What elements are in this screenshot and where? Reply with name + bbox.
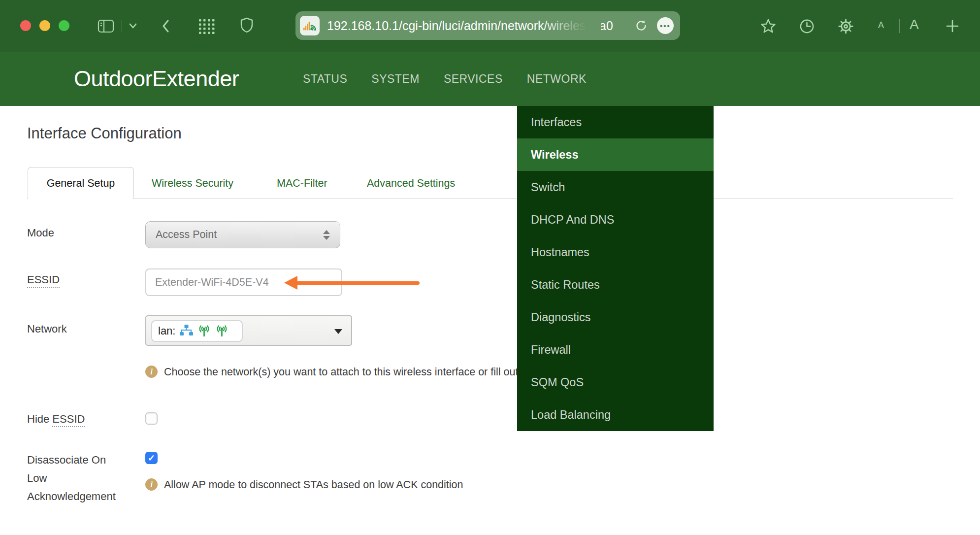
- back-icon[interactable]: [161, 18, 171, 34]
- content-area: Interface Configuration General Setup Wi…: [0, 106, 980, 535]
- network-select[interactable]: lan:: [145, 315, 352, 346]
- settings-gear-icon[interactable]: [837, 18, 854, 35]
- menu-item-hostnames[interactable]: Hostnames: [517, 236, 714, 268]
- ethernet-icon: [180, 325, 193, 338]
- hide-essid-label: Hide ESSID: [27, 413, 85, 426]
- url-fade: [542, 11, 601, 40]
- reload-icon[interactable]: [635, 19, 648, 32]
- nav-status[interactable]: STATUS: [303, 72, 347, 86]
- nav-system[interactable]: SYSTEM: [371, 72, 420, 86]
- traffic-light-close[interactable]: [20, 20, 31, 31]
- menu-item-load-balancing[interactable]: Load Balancing: [517, 399, 714, 431]
- menu-item-static-routes[interactable]: Static Routes: [517, 268, 714, 301]
- mode-label: Mode: [27, 227, 54, 239]
- brand-name: OutdoorExtender: [74, 66, 239, 92]
- site-header: OutdoorExtender STATUS SYSTEM SERVICES N…: [0, 52, 980, 106]
- toolbar-divider-2: [899, 19, 900, 33]
- tab-mac-filter[interactable]: MAC-Filter: [277, 177, 327, 190]
- disassoc-label: Disassociate On Low Acknowledgement: [27, 451, 116, 505]
- toolbar-divider: [122, 20, 122, 33]
- select-updown-icon: [323, 230, 330, 240]
- disassoc-checkbox[interactable]: ✓: [145, 452, 158, 464]
- more-options-button[interactable]: •••: [657, 17, 674, 34]
- chevron-down-icon[interactable]: [127, 22, 139, 31]
- history-clock-icon[interactable]: [799, 18, 815, 34]
- mode-select-value: Access Point: [156, 229, 217, 241]
- mode-select[interactable]: Access Point: [145, 221, 340, 248]
- nav-network[interactable]: NETWORK: [527, 72, 587, 86]
- sidebar-toggle-icon[interactable]: [98, 19, 114, 33]
- annotation-arrow-icon: [284, 276, 297, 290]
- menu-item-switch[interactable]: Switch: [517, 171, 714, 203]
- tab-general-setup[interactable]: General Setup: [28, 167, 134, 199]
- menu-item-firewall[interactable]: Firewall: [517, 334, 714, 366]
- tab-divider-line: [27, 198, 953, 199]
- tab-grid-icon[interactable]: [198, 18, 216, 34]
- font-larger-button[interactable]: A: [910, 17, 919, 33]
- menu-item-wireless[interactable]: Wireless: [517, 138, 714, 171]
- network-label: Network: [27, 323, 67, 335]
- network-chip-label: lan:: [158, 325, 175, 337]
- dropdown-caret-icon: [334, 329, 342, 334]
- disassoc-hint-text: Allow AP mode to disconnect STAs based o…: [164, 479, 463, 491]
- site-favicon: [300, 16, 320, 35]
- menu-item-sqm-qos[interactable]: SQM QoS: [517, 366, 714, 399]
- url-bar[interactable]: 192.168.10.1/cgi-bin/luci/admin/network/…: [295, 11, 680, 40]
- wifi-antenna-icon: [197, 324, 211, 339]
- shield-icon[interactable]: [240, 17, 254, 34]
- browser-chrome: 192.168.10.1/cgi-bin/luci/admin/network/…: [0, 0, 980, 52]
- main-nav: STATUS SYSTEM SERVICES NETWORK: [303, 52, 587, 106]
- essid-input-value: Extender-WiFi-4D5E-V4: [155, 276, 269, 289]
- annotation-arrow-shaft: [294, 281, 420, 285]
- menu-item-diagnostics[interactable]: Diagnostics: [517, 301, 714, 334]
- traffic-light-minimize[interactable]: [39, 20, 50, 31]
- page-title: Interface Configuration: [27, 125, 182, 142]
- new-tab-plus-icon[interactable]: [945, 18, 960, 34]
- menu-item-interfaces[interactable]: Interfaces: [517, 106, 714, 138]
- tab-advanced-settings[interactable]: Advanced Settings: [367, 177, 455, 190]
- font-smaller-button[interactable]: A: [878, 20, 884, 31]
- network-chip-lan: lan:: [151, 320, 243, 342]
- wifi-antenna-icon: [215, 324, 229, 339]
- info-icon: i: [145, 366, 158, 378]
- traffic-light-maximize[interactable]: [59, 20, 69, 31]
- nav-services[interactable]: SERVICES: [444, 72, 503, 86]
- hide-essid-checkbox[interactable]: [145, 412, 158, 425]
- info-icon: i: [145, 478, 158, 491]
- tab-wireless-security[interactable]: Wireless Security: [152, 177, 233, 190]
- menu-item-dhcp-dns[interactable]: DHCP And DNS: [517, 203, 714, 236]
- essid-label: ESSID: [27, 273, 60, 288]
- network-dropdown-menu: Interfaces Wireless Switch DHCP And DNS …: [517, 106, 714, 431]
- bookmarks-star-icon[interactable]: [759, 18, 777, 34]
